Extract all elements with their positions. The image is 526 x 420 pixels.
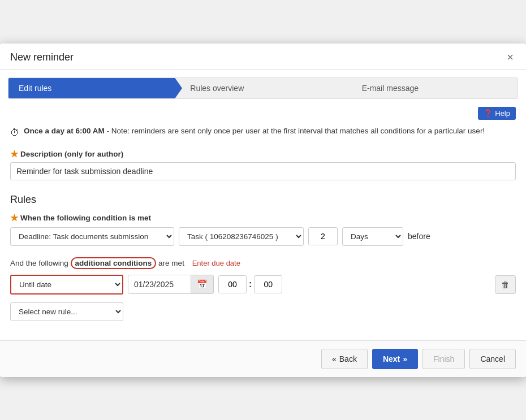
calendar-button[interactable]: 📅: [191, 275, 213, 293]
additional-conditions-group: And the following additional conditions …: [10, 257, 516, 295]
additional-conditions-label-row: And the following additional conditions …: [10, 257, 516, 269]
next-button[interactable]: Next »: [372, 349, 418, 369]
trash-icon: 🗑: [501, 280, 510, 289]
step-email-message[interactable]: E-mail message: [346, 78, 518, 98]
days-select[interactable]: Days Hours Minutes: [342, 227, 403, 246]
delete-condition-button[interactable]: 🗑: [495, 275, 516, 294]
step-edit-rules[interactable]: Edit rules: [8, 78, 174, 98]
condition-select[interactable]: Deadline: Task documents submission: [10, 227, 174, 246]
enter-due-date-hint: Enter due date: [192, 259, 240, 267]
condition-row: Deadline: Task documents submission Task…: [10, 227, 516, 246]
modal-title: New reminder: [10, 51, 74, 63]
rules-section-title: Rules: [10, 194, 516, 206]
cancel-button[interactable]: Cancel: [469, 349, 516, 369]
close-button[interactable]: ×: [505, 51, 516, 63]
before-text: before: [408, 232, 430, 241]
clock-icon: ⏱: [10, 126, 19, 140]
date-input-wrap: 📅: [128, 275, 214, 294]
required-star: ★: [10, 150, 18, 159]
rules-section: Rules ★ When the following condition is …: [10, 194, 516, 321]
description-field-group: ★ Description (only for author): [10, 150, 516, 180]
task-select[interactable]: Task ( 106208236746025 ): [179, 227, 304, 246]
description-input[interactable]: [10, 162, 516, 180]
condition-required-star: ★: [10, 214, 18, 223]
time-minute-input[interactable]: [254, 275, 282, 293]
time-colon: :: [249, 279, 252, 289]
modal-body: ❓ Help ⏱ Once a day at 6:00 AM - Note: r…: [0, 99, 526, 329]
help-row: ❓ Help: [10, 107, 516, 120]
finish-button[interactable]: Finish: [422, 349, 465, 369]
time-wrap: :: [218, 275, 282, 293]
calendar-icon: 📅: [197, 279, 208, 289]
help-icon: ❓: [484, 109, 493, 118]
until-row: Until date From date Custom 📅 :: [10, 275, 516, 295]
stepper: Edit rules Rules overview E-mail message: [8, 77, 518, 99]
date-input[interactable]: [128, 276, 191, 293]
next-icon: »: [403, 354, 407, 363]
back-icon: «: [332, 354, 337, 363]
select-new-rule-dropdown[interactable]: Select new rule... Until date From date: [10, 302, 123, 321]
description-label: ★ Description (only for author): [10, 150, 516, 159]
notice-text: Once a day at 6:00 AM - Note: reminders …: [24, 125, 485, 137]
days-number-input[interactable]: [308, 227, 338, 245]
help-button[interactable]: ❓ Help: [478, 107, 516, 120]
modal-header: New reminder ×: [0, 44, 526, 70]
step-rules-overview[interactable]: Rules overview: [174, 78, 346, 98]
new-reminder-modal: New reminder × Edit rules Rules overview…: [0, 44, 526, 377]
notice-bar: ⏱ Once a day at 6:00 AM - Note: reminder…: [10, 125, 516, 140]
condition-label: ★ When the following condition is met: [10, 214, 516, 223]
additional-conditions-highlighted: additional conditions: [71, 257, 157, 269]
time-hour-input[interactable]: [218, 275, 247, 293]
back-button[interactable]: « Back: [321, 349, 368, 369]
until-select[interactable]: Until date From date Custom: [10, 275, 123, 295]
modal-footer: « Back Next » Finish Cancel: [0, 340, 526, 377]
